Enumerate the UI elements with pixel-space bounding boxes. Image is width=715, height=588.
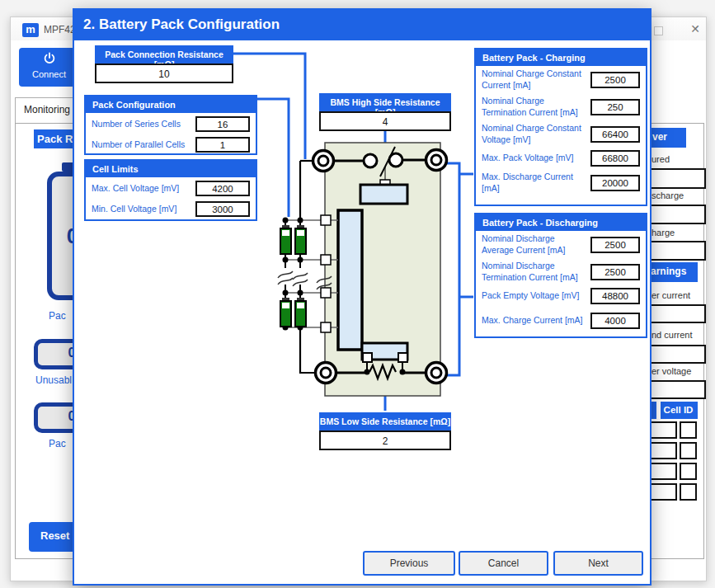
pack-connection-resistance-header: Pack Connection Resistance [mΩ] xyxy=(95,45,233,64)
max-cell-voltage-row: Max. Cell Voltage [mV] 4200 xyxy=(86,179,256,198)
charging-row: Nominal Charge Termination Current [mA] … xyxy=(476,93,646,120)
nominal-charge-constant-current-label: Nominal Charge Constant Current [mA] xyxy=(482,68,584,90)
nominal-charge-termination-current-input[interactable]: 250 xyxy=(590,99,640,115)
nominal-charge-constant-voltage-input[interactable]: 66400 xyxy=(590,126,640,143)
charging-header: Battery Pack - Charging xyxy=(476,49,646,66)
previous-button[interactable]: Previous xyxy=(363,551,455,576)
max-discharge-current-input[interactable]: 20000 xyxy=(590,175,640,191)
learn1-label: er current xyxy=(651,290,690,300)
stat-label-1: Unusabl xyxy=(35,374,72,386)
stat-label-2: Pac xyxy=(49,438,66,449)
learn2-label: nd current xyxy=(651,330,693,340)
right-field1-label: ured xyxy=(651,154,670,164)
nominal-discharge-average-current-input[interactable]: 2500 xyxy=(590,237,640,253)
learn3-label: er voltage xyxy=(651,366,691,376)
discharging-header: Battery Pack - Discharging xyxy=(476,214,646,231)
mps-logo-icon: m xyxy=(22,23,39,37)
bms-low-side-resistance-header: BMS Low Side Resistance [mΩ] xyxy=(319,412,451,430)
cell-limits-header: Cell Limits xyxy=(86,161,256,177)
connect-button-label: Connect xyxy=(19,69,79,79)
series-cells-input[interactable]: 16 xyxy=(195,116,250,132)
right-field2-label: scharge xyxy=(651,191,684,200)
bms-high-side-resistance-header: BMS High Side Resistance [mΩ] xyxy=(319,93,451,111)
min-cell-voltage-input[interactable]: 3000 xyxy=(195,201,250,217)
afe-ic-block xyxy=(338,210,362,350)
parallel-cells-input[interactable]: 1 xyxy=(195,137,250,153)
min-cell-voltage-row: Min. Cell Voltage [mV] 3000 xyxy=(86,200,256,219)
max-charge-current-input[interactable]: 4000 xyxy=(590,313,640,329)
series-cells-row: Number of Series Cells 16 xyxy=(86,115,256,134)
close-icon[interactable]: ✕ xyxy=(687,22,703,35)
charging-row: Nominal Charge Constant Current [mA] 250… xyxy=(476,66,646,93)
charging-row: Max. Discharge Current [mA] 20000 xyxy=(476,169,646,196)
connect-button[interactable]: Connect xyxy=(19,48,79,87)
next-button[interactable]: Next xyxy=(553,551,643,576)
nominal-charge-constant-voltage-label: Nominal Charge Constant Voltage [mV] xyxy=(482,123,584,144)
cell-id-header: Cell ID xyxy=(661,402,698,419)
nominal-discharge-termination-current-label: Nominal Discharge Termination Current [m… xyxy=(482,261,584,282)
pack-configuration-panel: Pack Configuration Number of Series Cell… xyxy=(84,95,257,155)
parallel-cells-label: Number of Parallel Cells xyxy=(92,139,195,150)
charging-row: Max. Pack Voltage [mV] 66800 xyxy=(476,148,646,169)
series-cells-label: Number of Series Cells xyxy=(92,119,195,129)
battery-pack-discharging-panel: Battery Pack - Discharging Nominal Disch… xyxy=(474,213,647,338)
nominal-discharge-termination-current-input[interactable]: 2500 xyxy=(590,264,640,280)
right-panel-header: ver xyxy=(648,128,686,148)
max-cell-voltage-label: Max. Cell Voltage [mV] xyxy=(92,183,195,194)
discharging-row: Nominal Discharge Termination Current [m… xyxy=(476,258,646,285)
right-field3-label: harge xyxy=(651,228,675,238)
max-pack-voltage-label: Max. Pack Voltage [mV] xyxy=(482,153,584,163)
battery-label: Pac xyxy=(49,310,66,322)
cell-row-3-b[interactable] xyxy=(680,463,697,480)
cell-row-1-b[interactable] xyxy=(680,421,697,439)
high-side-fet-block xyxy=(360,185,407,204)
cancel-button[interactable]: Cancel xyxy=(459,551,548,576)
tab-monitoring[interactable]: Monitoring xyxy=(15,97,81,123)
bms-high-side-resistance-input[interactable]: 4 xyxy=(319,111,451,131)
nominal-charge-constant-current-input[interactable]: 2500 xyxy=(590,72,640,88)
max-pack-voltage-input[interactable]: 66800 xyxy=(590,150,640,167)
discharging-row: Max. Charge Current [mA] 4000 xyxy=(476,307,646,334)
cell-row-4-b[interactable] xyxy=(680,483,697,501)
maximize-icon[interactable] xyxy=(654,26,663,35)
pack-empty-voltage-input[interactable]: 48800 xyxy=(590,288,640,304)
discharging-row: Nominal Discharge Average Current [mA] 2… xyxy=(476,231,646,258)
discharging-row: Pack Empty Voltage [mV] 48800 xyxy=(476,285,646,307)
max-discharge-current-label: Max. Discharge Current [mA] xyxy=(482,172,584,193)
nominal-discharge-average-current-label: Nominal Discharge Average Current [mA] xyxy=(482,233,584,255)
max-charge-current-label: Max. Charge Current [mA] xyxy=(482,315,584,326)
cell-limits-panel: Cell Limits Max. Cell Voltage [mV] 4200 … xyxy=(84,159,257,221)
nominal-charge-termination-current-label: Nominal Charge Termination Current [mA] xyxy=(482,96,584,117)
max-cell-voltage-input[interactable]: 4200 xyxy=(195,181,250,196)
pack-empty-voltage-label: Pack Empty Voltage [mV] xyxy=(482,290,584,301)
charging-row: Nominal Charge Constant Voltage [mV] 664… xyxy=(476,120,646,148)
pack-configuration-header: Pack Configuration xyxy=(86,96,256,113)
pack-connection-resistance-input[interactable]: 10 xyxy=(95,64,233,83)
parallel-cells-row: Number of Parallel Cells 1 xyxy=(86,135,256,154)
power-icon xyxy=(43,52,56,65)
cell-row-2-b[interactable] xyxy=(680,442,697,459)
min-cell-voltage-label: Min. Cell Voltage [mV] xyxy=(92,204,195,214)
battery-pack-configuration-dialog: 2. Battery Pack Configuration xyxy=(73,8,651,586)
battery-pack-charging-panel: Battery Pack - Charging Nominal Charge C… xyxy=(474,48,647,206)
bms-low-side-resistance-input[interactable]: 2 xyxy=(319,430,451,450)
